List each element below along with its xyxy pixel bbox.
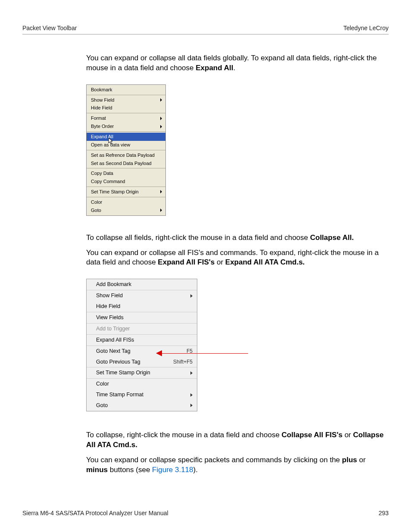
menu-item[interactable]: Goto Previous TagShift+F5 — [87, 357, 197, 367]
submenu-arrow-icon — [160, 208, 162, 212]
menu-item-label: Goto Next Tag — [96, 348, 131, 355]
paragraph-collapse-all: To collapse all fields, right-click the … — [86, 233, 389, 243]
menu-item-label: Color — [96, 380, 109, 388]
menu-item[interactable]: Set Time Stamp Origin — [87, 188, 165, 196]
footer-page-number: 293 — [379, 509, 389, 517]
menu-item-label: Expand All FISs — [96, 336, 134, 344]
header-left: Packet View Toolbar — [22, 24, 77, 32]
menu-item-label: Copy Command — [91, 178, 125, 185]
cursor-icon — [108, 137, 114, 147]
page-header: Packet View Toolbar Teledyne LeCroy — [22, 24, 389, 34]
menu-item[interactable]: Copy Data — [87, 169, 165, 177]
menu-item[interactable]: Set Time Stamp Origin — [87, 367, 197, 378]
submenu-arrow-icon — [160, 125, 162, 128]
menu-item-label: Format — [91, 115, 106, 121]
menu-item[interactable]: Show Field — [87, 290, 197, 301]
submenu-arrow-icon — [190, 404, 193, 407]
menu-item[interactable]: Goto — [87, 206, 165, 215]
context-menu-1: BookmarkShow FieldHide FieldFormatByte O… — [86, 84, 166, 216]
menu-item-label: Set Time Stamp Origin — [96, 369, 150, 376]
menu-item-label: Add to Trigger — [96, 325, 130, 333]
page-footer: Sierra M6-4 SAS/SATA Protocol Analyzer U… — [22, 509, 389, 517]
menu-item[interactable]: Hide Field — [87, 301, 197, 312]
callout-arrow-icon — [156, 350, 248, 356]
menu-item: Add to Trigger — [87, 324, 197, 334]
menu-item-label: View Fields — [96, 314, 124, 321]
menu-item-label: Hide Field — [91, 105, 112, 111]
menu-item[interactable]: Expand All — [87, 133, 165, 141]
menu-item[interactable]: Byte Order — [87, 122, 165, 131]
menu-item[interactable]: Bookmark — [87, 86, 165, 94]
menu-item[interactable]: Show Field — [87, 96, 165, 104]
menu-item-shortcut: Shift+F5 — [173, 358, 193, 365]
menu-item[interactable]: Expand All FISs — [87, 335, 197, 345]
figure-link[interactable]: Figure 3.118 — [152, 466, 193, 474]
menu-item-label: Goto — [91, 207, 101, 214]
menu-item[interactable]: Copy Command — [87, 177, 165, 186]
menu-item-label: Byte Order — [91, 123, 114, 130]
submenu-arrow-icon — [190, 371, 193, 375]
menu-item-label: Color — [91, 199, 102, 205]
submenu-arrow-icon — [160, 117, 162, 120]
menu-item[interactable]: Time Stamp Format — [87, 389, 197, 400]
menu-item-label: Show Field — [91, 97, 114, 103]
submenu-arrow-icon — [160, 98, 162, 102]
paragraph-expand-fis: You can expand or collapse all FIS's and… — [86, 248, 389, 268]
menu-item[interactable]: Set as Second Data Payload — [87, 159, 165, 168]
submenu-arrow-icon — [190, 294, 193, 298]
menu-item[interactable]: View Fields — [87, 312, 197, 323]
menu-item-label: Show Field — [96, 292, 123, 299]
menu-item-label: Bookmark — [91, 87, 112, 93]
menu-item[interactable]: Format — [87, 114, 165, 122]
menu-item-label: Copy Data — [91, 170, 113, 177]
menu-item[interactable]: Color — [87, 198, 165, 206]
menu-item[interactable]: Add Bookmark — [87, 279, 197, 290]
context-menu-2: Add BookmarkShow FieldHide FieldView Fie… — [86, 279, 197, 411]
paragraph-expand-all: You can expand or collapse all data fiel… — [86, 53, 389, 73]
menu-item-label: Hide Field — [96, 303, 120, 310]
menu-item-label: Set as Second Data Payload — [91, 160, 152, 167]
menu-item-label: Add Bookmark — [96, 281, 131, 288]
submenu-arrow-icon — [190, 393, 193, 397]
submenu-arrow-icon — [160, 190, 162, 193]
paragraph-plus-minus: You can expand or collapse specific pack… — [86, 455, 389, 475]
menu-item[interactable]: Color — [87, 379, 197, 389]
header-right: Teledyne LeCroy — [343, 24, 389, 32]
menu-item-label: Set as Refrence Data Payload — [91, 152, 155, 159]
menu-item[interactable]: Hide Field — [87, 104, 165, 112]
menu-item-label: Time Stamp Format — [96, 391, 143, 398]
menu-item[interactable]: Set as Refrence Data Payload — [87, 151, 165, 159]
menu-item-label: Goto Previous Tag — [96, 358, 140, 366]
menu-item[interactable]: Open as data view — [87, 141, 165, 149]
paragraph-collapse-fis: To collapse, right-click the mouse in a … — [86, 430, 389, 450]
footer-left: Sierra M6-4 SAS/SATA Protocol Analyzer U… — [22, 509, 168, 517]
menu-item[interactable]: Goto — [87, 400, 197, 411]
menu-item-label: Goto — [96, 402, 108, 409]
menu-item-label: Set Time Stamp Origin — [91, 189, 139, 195]
